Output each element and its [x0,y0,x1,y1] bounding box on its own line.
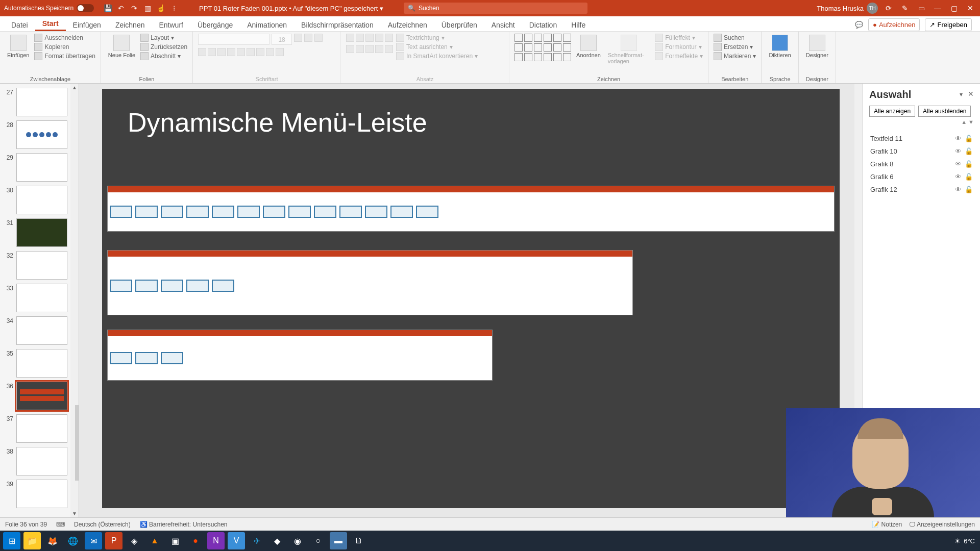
more-icon[interactable]: ⁝ [169,4,179,13]
smartart-button[interactable]: In SmartArt konvertieren ▾ [396,52,478,60]
toggle-icon[interactable] [77,4,94,12]
decrease-font-icon[interactable] [304,34,312,42]
comments-icon[interactable]: 💬 [855,21,863,29]
undo-icon[interactable]: ↶ [116,4,126,13]
font-size-input[interactable]: 18 [272,34,292,45]
thumbs-scrollbar[interactable]: ▲ ▼ [70,84,79,517]
visibility-icon[interactable]: 👁 [955,173,962,181]
slide-counter[interactable]: Folie 36 von 39 [5,521,47,528]
lock-icon[interactable]: 🔓 [965,160,973,168]
tab-datei[interactable]: Datei [4,18,35,31]
app6-icon[interactable]: ▬ [330,532,347,549]
autosave-toggle[interactable]: Automatisches Speichern [4,4,94,12]
dictate-button[interactable]: Diktieren [767,34,793,59]
effects-button[interactable]: Formeffekte ▾ [655,52,703,60]
tab-praesentation[interactable]: Bildschirmpräsentation [294,18,381,31]
explorer-icon[interactable]: 📁 [23,532,41,549]
tab-animationen[interactable]: Animationen [240,18,294,31]
fill-button[interactable]: Fülleffekt ▾ [655,34,703,42]
display-settings-button[interactable]: 🖵 Anzeigeeinstellungen [909,521,975,528]
ribbon-mode-icon[interactable]: ▭ [916,4,927,12]
app4-icon[interactable]: ◆ [268,532,286,549]
thumb-slide-28[interactable]: 28 [2,120,77,149]
tab-start[interactable]: Start [35,16,66,31]
thumb-slide-36[interactable]: 36 [2,382,77,410]
thumb-slide-35[interactable]: 35 [2,349,77,378]
onenote-icon[interactable]: N [207,532,225,549]
record-button[interactable]: ● Aufzeichnen [868,18,920,31]
paste-button[interactable]: Einfügen [5,34,31,59]
tab-einfuegen[interactable]: Einfügen [66,18,108,31]
tab-dictation[interactable]: Dictation [522,18,564,31]
indent-inc-icon[interactable] [375,34,383,42]
app5-icon[interactable]: ○ [309,532,327,549]
format-painter-button[interactable]: Format übertragen [34,52,95,60]
thumb-slide-34[interactable]: 34 [2,316,77,345]
weather-widget[interactable]: ☀ 6°C [954,537,975,545]
search-box[interactable]: 🔍 Suchen [404,3,587,14]
thumb-slide-31[interactable]: 31 [2,218,77,247]
layout-button[interactable]: Layout ▾ [140,34,187,42]
strike-icon[interactable] [227,48,235,56]
start-icon[interactable]: ⊞ [3,532,20,549]
outlook-icon[interactable]: ✉ [85,532,102,549]
highlight-icon[interactable] [266,48,274,56]
scroll-down-icon[interactable]: ▼ [71,510,78,517]
selection-item[interactable]: Grafik 10👁🔓 [869,145,974,158]
align-center-icon[interactable] [356,45,364,53]
font-name-input[interactable] [198,34,270,45]
selection-item[interactable]: Grafik 12👁🔓 [869,183,974,196]
tab-ueberpruefen[interactable]: Überprüfen [434,18,484,31]
thumb-slide-32[interactable]: 32 [2,251,77,280]
visibility-icon[interactable]: 👁 [955,186,962,193]
minimize-icon[interactable]: — [932,4,943,12]
redo-icon[interactable]: ↷ [130,4,139,13]
thumb-slide-30[interactable]: 30 [2,186,77,214]
clear-format-icon[interactable] [314,34,323,42]
thumb-slide-39[interactable]: 39 [2,480,77,508]
lock-icon[interactable]: 🔓 [965,147,973,155]
telegram-icon[interactable]: ✈ [248,532,265,549]
doc-title[interactable]: PPT 01 Roter Faden 001.pptx • Auf "diese… [199,5,383,12]
increase-font-icon[interactable] [294,34,302,42]
fromstart-icon[interactable]: ▥ [143,4,152,13]
cut-button[interactable]: Ausschneiden [34,34,95,42]
user-account[interactable]: Thomas Hruska TH [817,3,878,14]
arrange-button[interactable]: Anordnen [574,34,603,59]
notes-button[interactable]: 📝 Notizen [872,521,902,528]
close-icon[interactable]: ✕ [965,4,976,12]
sync-icon[interactable]: ⟳ [883,4,894,12]
maximize-icon[interactable]: ▢ [948,4,960,12]
reset-button[interactable]: Zurücksetzen [140,43,187,51]
ink-icon[interactable]: ✎ [899,4,911,12]
pane-dropdown-icon[interactable]: ▾ [960,91,963,98]
bold-icon[interactable] [198,48,206,56]
textdir-button[interactable]: Textrichtung ▾ [396,34,478,42]
save-icon[interactable]: 💾 [103,4,112,13]
tab-uebergaenge[interactable]: Übergänge [190,18,240,31]
app-icon[interactable]: ◈ [126,532,143,549]
thumb-slide-33[interactable]: 33 [2,284,77,312]
slide-canvas[interactable]: Dynamische Menü-Leiste [79,84,863,517]
align-left-icon[interactable] [346,45,354,53]
firefox-icon[interactable]: 🦊 [44,532,61,549]
thumb-slide-29[interactable]: 29 [2,153,77,182]
indent-dec-icon[interactable] [365,34,374,42]
scroll-up-icon[interactable]: ▲ [71,84,78,91]
app7-icon[interactable]: 🗎 [350,532,368,549]
tab-entwurf[interactable]: Entwurf [152,18,190,31]
tab-zeichnen[interactable]: Zeichnen [108,18,152,31]
italic-icon[interactable] [208,48,216,56]
app3-icon[interactable]: ● [187,532,204,549]
replace-button[interactable]: Ersetzen ▾ [714,43,756,51]
justify-icon[interactable] [375,45,383,53]
textalign-button[interactable]: Text ausrichten ▾ [396,43,478,51]
accessibility-status[interactable]: ♿ Barrierefreiheit: Untersuchen [140,521,228,528]
shapes-gallery[interactable] [514,34,571,61]
quickstyles-button[interactable]: Schnellformat-vorlagen [606,34,652,65]
spellcheck-icon[interactable]: ⌨ [56,521,65,528]
obs-icon[interactable]: ◉ [289,532,306,549]
section-button[interactable]: Abschnitt ▾ [140,52,187,60]
share-button[interactable]: ↗ Freigeben [925,18,972,31]
language-status[interactable]: Deutsch (Österreich) [74,521,131,528]
